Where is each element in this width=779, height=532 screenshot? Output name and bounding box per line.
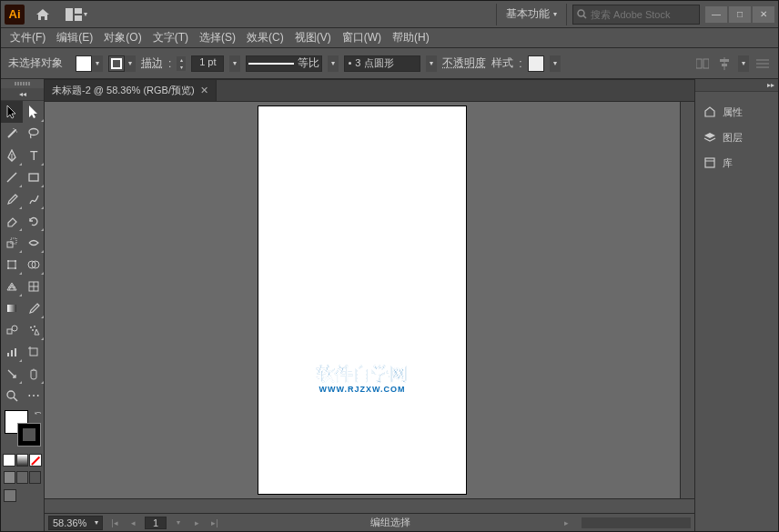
watermark-sub: WWW.RJZXW.COM bbox=[317, 385, 408, 394]
color-mode-gradient[interactable] bbox=[16, 454, 29, 467]
doc-setup-icon[interactable] bbox=[694, 55, 711, 72]
scale-tool[interactable] bbox=[1, 232, 23, 254]
panel-layers[interactable]: 图层 bbox=[695, 125, 778, 150]
vertical-scrollbar[interactable] bbox=[680, 102, 694, 498]
artboard-dropdown[interactable]: ▾ bbox=[172, 517, 185, 529]
style-swatch[interactable] bbox=[528, 55, 544, 72]
prefs-icon[interactable] bbox=[754, 55, 771, 72]
search-input[interactable] bbox=[591, 9, 695, 20]
status-dropdown[interactable]: ▸ bbox=[560, 517, 572, 529]
arrange-documents-button[interactable]: ▾ bbox=[63, 4, 90, 25]
menu-edit[interactable]: 编辑(E) bbox=[51, 27, 98, 48]
stroke-stepper[interactable]: ▴ ▾ bbox=[177, 56, 186, 71]
close-tab-icon[interactable]: ✕ bbox=[200, 85, 208, 96]
fill-swatch[interactable] bbox=[76, 55, 92, 72]
profile-dropdown[interactable]: ▾ bbox=[328, 55, 339, 72]
magic-wand-tool[interactable] bbox=[1, 123, 23, 145]
stroke-weight-input[interactable]: 1 pt bbox=[191, 55, 224, 72]
scroll-track[interactable] bbox=[582, 517, 691, 528]
width-tool[interactable] bbox=[23, 232, 45, 254]
direct-selection-tool[interactable] bbox=[23, 101, 45, 123]
fill-stroke-control[interactable]: ⤺ bbox=[1, 407, 44, 452]
maximize-button[interactable]: □ bbox=[729, 6, 751, 23]
pencil-tool[interactable] bbox=[23, 188, 45, 210]
hand-tool[interactable] bbox=[23, 363, 45, 385]
eyedropper-tool[interactable] bbox=[23, 297, 45, 319]
swap-fill-stroke-icon[interactable]: ⤺ bbox=[35, 408, 42, 417]
canvas[interactable]: 软件自学网 WWW.RJZXW.COM bbox=[45, 102, 680, 498]
color-mode-none[interactable] bbox=[29, 454, 42, 467]
brush-select[interactable]: 3 点圆形 bbox=[344, 55, 420, 72]
artboard[interactable]: 软件自学网 WWW.RJZXW.COM bbox=[258, 105, 467, 495]
free-transform-tool[interactable] bbox=[1, 254, 23, 276]
artboard-tool[interactable] bbox=[23, 341, 45, 363]
color-mode-row bbox=[1, 452, 44, 468]
eraser-tool[interactable] bbox=[1, 210, 23, 232]
stroke-up[interactable]: ▴ bbox=[177, 56, 186, 64]
paintbrush-tool[interactable] bbox=[1, 188, 23, 210]
panel-libraries[interactable]: 库 bbox=[695, 150, 778, 176]
zoom-level[interactable]: 58.36% ▾ bbox=[48, 516, 103, 530]
panel-collapse-toggle[interactable]: ▸▸ bbox=[695, 79, 778, 92]
last-artboard-button[interactable]: ▸| bbox=[208, 517, 221, 529]
line-tool[interactable] bbox=[1, 166, 23, 188]
align-dropdown[interactable]: ▾ bbox=[738, 55, 749, 72]
stroke-color-box[interactable] bbox=[17, 423, 41, 447]
minimize-button[interactable]: — bbox=[705, 6, 727, 23]
stroke-down[interactable]: ▾ bbox=[177, 64, 186, 71]
style-dropdown[interactable]: ▾ bbox=[550, 55, 561, 72]
menu-select[interactable]: 选择(S) bbox=[194, 27, 241, 48]
width-profile-select[interactable]: 等比 bbox=[246, 55, 322, 72]
shape-builder-tool[interactable] bbox=[23, 254, 45, 276]
gradient-tool[interactable] bbox=[1, 297, 23, 319]
workspace-switcher[interactable]: 基本功能 ▾ bbox=[496, 4, 567, 25]
next-artboard-button[interactable]: ▸ bbox=[190, 517, 203, 529]
lasso-tool[interactable] bbox=[23, 123, 45, 145]
search-adobe-stock[interactable] bbox=[572, 5, 700, 25]
app-icon: Ai bbox=[5, 5, 25, 25]
menu-file[interactable]: 文件(F) bbox=[5, 27, 51, 48]
align-icon[interactable] bbox=[716, 55, 733, 72]
pen-tool[interactable] bbox=[1, 145, 23, 166]
artboard-number[interactable]: 1 bbox=[145, 517, 167, 529]
close-button[interactable]: ✕ bbox=[753, 6, 774, 23]
stroke-dropdown[interactable]: ▾ bbox=[125, 55, 136, 72]
horizontal-scrollbar[interactable] bbox=[45, 498, 694, 513]
opacity-label[interactable]: 不透明度 bbox=[442, 55, 486, 71]
draw-behind[interactable] bbox=[16, 471, 28, 484]
type-tool[interactable]: T bbox=[23, 145, 45, 166]
stroke-label[interactable]: 描边 bbox=[141, 55, 163, 71]
draw-inside[interactable] bbox=[29, 471, 41, 484]
fill-dropdown[interactable]: ▾ bbox=[92, 55, 103, 72]
rotate-tool[interactable] bbox=[23, 210, 45, 232]
panel-properties[interactable]: 属性 bbox=[695, 99, 778, 125]
tools-collapse-toggle[interactable]: ◂◂ bbox=[1, 88, 44, 101]
rectangle-tool[interactable] bbox=[23, 166, 45, 188]
mesh-tool[interactable] bbox=[23, 276, 45, 297]
selection-tool[interactable] bbox=[1, 101, 23, 123]
menu-effect[interactable]: 效果(C) bbox=[241, 27, 289, 48]
brush-dropdown[interactable]: ▾ bbox=[426, 55, 437, 72]
blend-tool[interactable] bbox=[1, 319, 23, 341]
symbol-sprayer-tool[interactable] bbox=[23, 319, 45, 341]
document-tab[interactable]: 未标题-2 @ 58.36% (RGB/预览) ✕ bbox=[45, 80, 217, 101]
column-graph-tool[interactable] bbox=[1, 341, 23, 363]
edit-toolbar[interactable]: ⋯ bbox=[23, 385, 45, 407]
prev-artboard-button[interactable]: ◂ bbox=[126, 517, 139, 529]
menu-view[interactable]: 视图(V) bbox=[289, 27, 337, 48]
color-mode-solid[interactable] bbox=[3, 454, 15, 467]
menu-help[interactable]: 帮助(H) bbox=[387, 27, 435, 48]
screen-mode[interactable] bbox=[4, 489, 16, 502]
slice-tool[interactable] bbox=[1, 363, 23, 385]
draw-normal[interactable] bbox=[4, 471, 15, 484]
menu-window[interactable]: 窗口(W) bbox=[337, 27, 387, 48]
stroke-weight-dropdown[interactable]: ▾ bbox=[229, 55, 240, 72]
perspective-grid-tool[interactable] bbox=[1, 276, 23, 297]
zoom-tool[interactable] bbox=[1, 385, 23, 407]
stroke-swatch[interactable] bbox=[108, 55, 125, 72]
menu-object[interactable]: 对象(O) bbox=[98, 27, 147, 48]
menu-type[interactable]: 文字(T) bbox=[147, 27, 194, 48]
tools-grip[interactable] bbox=[1, 79, 44, 88]
home-button[interactable] bbox=[32, 4, 54, 25]
first-artboard-button[interactable]: |◂ bbox=[108, 517, 121, 529]
